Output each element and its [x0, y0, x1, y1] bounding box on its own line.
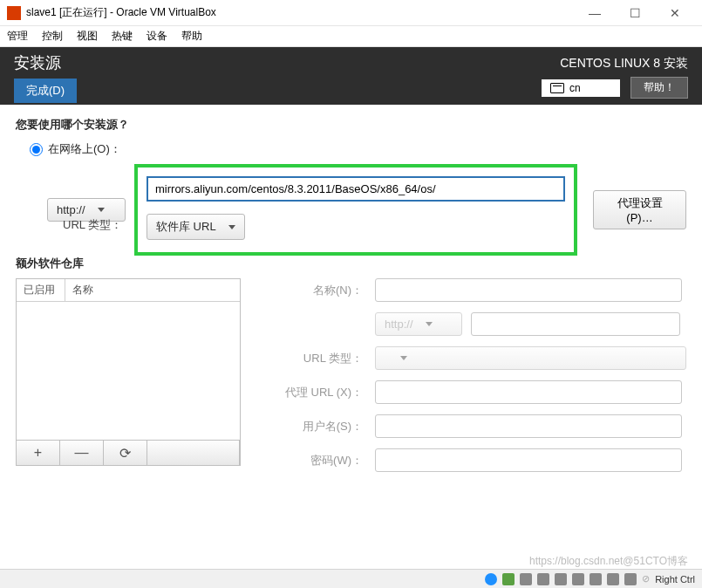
question-label: 您要使用哪个安装源？ [16, 117, 686, 133]
proxy-settings-button[interactable]: 代理设置(P)… [593, 190, 686, 229]
menu-view[interactable]: 视图 [77, 29, 98, 44]
help-button[interactable]: 帮助！ [630, 77, 688, 99]
repo-user-label: 用户名(S)： [258, 419, 363, 434]
list-header-enabled: 已启用 [17, 279, 65, 301]
keyboard-layout-indicator[interactable]: cn [542, 79, 620, 97]
url-input[interactable] [147, 176, 565, 202]
url-type-dropdown-label: 软件库 URL [156, 219, 216, 235]
chevron-down-icon [400, 356, 407, 360]
status-icon-recording [624, 573, 637, 585]
status-icon-display [502, 573, 515, 585]
status-icon-network [572, 573, 584, 585]
status-icon-usb [590, 573, 602, 585]
page-header: 安装源 完成(D) CENTOS LINUX 8 安装 cn 帮助！ [0, 47, 702, 105]
window-titlebar: slave1 [正在运行] - Oracle VM VirtualBox — ☐… [0, 0, 702, 26]
menu-hotkeys[interactable]: 热键 [112, 29, 133, 44]
vm-statusbar: ⊘ Right Ctrl [0, 569, 702, 588]
url-type-label: URL 类型： [63, 217, 122, 233]
window-title: slave1 [正在运行] - Oracle VM VirtualBox [26, 5, 575, 20]
status-icon-disc [485, 573, 497, 585]
menu-devices[interactable]: 设备 [147, 29, 167, 44]
repo-protocol-dropdown: http:// [375, 312, 462, 336]
install-title: CENTOS LINUX 8 安装 [542, 56, 688, 72]
virtualbox-icon [7, 6, 21, 20]
menu-manage[interactable]: 管理 [7, 29, 28, 44]
extra-repo-title: 额外软件仓库 [16, 256, 686, 271]
close-button[interactable]: ✕ [655, 0, 695, 26]
done-button[interactable]: 完成(D) [14, 79, 77, 103]
menu-control[interactable]: 控制 [42, 29, 63, 44]
menubar: 管理 控制 视图 热键 设备 帮助 [0, 26, 702, 47]
repo-user-input[interactable] [375, 414, 682, 438]
radio-on-network-label: 在网络上(O)： [48, 141, 121, 157]
highlight-annotation: 软件库 URL [134, 164, 577, 256]
remove-repo-button[interactable]: — [60, 441, 104, 465]
chevron-down-icon [228, 225, 235, 229]
refresh-repo-button[interactable]: ⟳ [104, 441, 147, 465]
status-separator: ⊘ [642, 573, 650, 585]
chevron-down-icon [426, 322, 433, 326]
maximize-button[interactable]: ☐ [615, 0, 655, 26]
protocol-dropdown-label: http:// [57, 203, 85, 216]
repo-name-label: 名称(N)： [258, 283, 363, 298]
host-key-label: Right Ctrl [655, 574, 695, 585]
watermark-text: https://blog.csdn.net@51CTO博客 [529, 554, 688, 569]
repo-url-type-dropdown [375, 346, 686, 370]
keyboard-icon [550, 83, 564, 93]
status-icon-hdd [520, 573, 532, 585]
repo-name-input[interactable] [375, 278, 682, 302]
url-type-dropdown[interactable]: 软件库 URL [147, 214, 245, 240]
menu-help[interactable]: 帮助 [181, 29, 202, 44]
minimize-button[interactable]: — [575, 0, 615, 26]
repo-protocol-dropdown-label: http:// [385, 318, 413, 331]
status-icon-optical [537, 573, 549, 585]
status-icon-shared [607, 573, 619, 585]
radio-on-network[interactable]: 在网络上(O)： [30, 141, 686, 157]
repo-url-type-dropdown-label [385, 352, 388, 365]
repo-listbox[interactable]: 已启用 名称 [16, 278, 241, 441]
repo-proxy-label: 代理 URL (X)： [258, 385, 363, 400]
add-repo-button[interactable]: + [17, 441, 60, 465]
repo-password-label: 密码(W)： [258, 453, 363, 468]
repo-url-input[interactable] [471, 312, 680, 336]
toolbar-spacer [147, 441, 240, 465]
radio-on-network-input[interactable] [30, 143, 43, 156]
list-header-name: 名称 [65, 279, 100, 301]
status-icon-audio [555, 573, 567, 585]
repo-url-type-label: URL 类型： [258, 351, 363, 366]
repo-proxy-input[interactable] [375, 380, 682, 404]
chevron-down-icon [98, 208, 105, 212]
keyboard-layout-label: cn [569, 82, 581, 94]
repo-password-input[interactable] [375, 448, 682, 472]
